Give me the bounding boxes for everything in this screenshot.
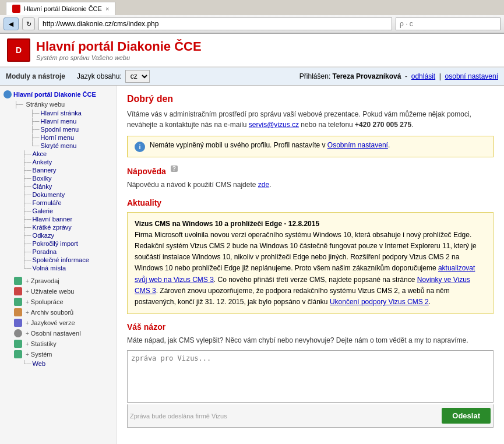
sidebar-item-web[interactable]: └─Web: [10, 360, 116, 368]
browser-tab[interactable]: Hlavní portál Diakonie ČCE ×: [6, 2, 115, 15]
sidebar-item-horni-menu[interactable]: ├─Horní menu: [19, 133, 116, 142]
info-box-text: Nemáte vyplněný mobil u svého profilu. P…: [150, 141, 390, 149]
sidebar-item-spodni-menu[interactable]: ├─Spodní menu: [19, 125, 116, 133]
napoveda-title: Nápověda ?: [127, 165, 494, 176]
sidebar-item-boxiky[interactable]: ├─Boxíky: [10, 174, 116, 182]
tab-close-button[interactable]: ×: [105, 5, 109, 12]
osobni-nastaveni-info-link[interactable]: Osobním nastavení: [327, 141, 388, 149]
napoveda-help-icon: ?: [171, 165, 178, 172]
system-link[interactable]: Systém: [31, 351, 52, 358]
zpravodaj-link[interactable]: Zpravodaj: [31, 277, 59, 284]
statistiky-link[interactable]: Statistiky: [31, 340, 57, 347]
sidebar-item-hlavni-banner[interactable]: ├─Hlavní banner: [10, 215, 116, 223]
osobni-nastaveni-link[interactable]: Osobní nastavení: [31, 330, 81, 337]
sidebar-item-zpravodaj[interactable]: +Zpravodaj: [10, 276, 116, 286]
clanky-link[interactable]: Články: [33, 183, 52, 190]
news-body: Firma Microsoft uvolnila novou verzi ope…: [135, 231, 477, 306]
send-button[interactable]: Odeslat: [442, 408, 491, 424]
napoveda-link[interactable]: zde: [258, 181, 269, 189]
sidebar-item-akce[interactable]: ├─Akce: [10, 150, 116, 158]
sidebar-item-spolecne-informace[interactable]: ├─Společné informace: [10, 256, 116, 264]
logged-in-label: Přihlášen:: [299, 72, 330, 80]
archiv-icon: [14, 308, 22, 316]
jazykove-verze-link[interactable]: Jazykové verze: [31, 319, 75, 326]
spoluprace-icon: [14, 298, 22, 306]
sidebar-item-bannery[interactable]: ├─Bannery: [10, 166, 116, 174]
formulare-link[interactable]: Formuláře: [33, 199, 62, 206]
sidebar-item-uzivatele-webu[interactable]: +Uživatele webu: [10, 286, 116, 297]
web-link[interactable]: Web: [33, 360, 45, 367]
spolecne-informace-link[interactable]: Společné informace: [33, 256, 89, 263]
sidebar-item-hlavni-menu[interactable]: ├─Hlavní menu: [19, 117, 116, 125]
logout-link[interactable]: odhlásit: [411, 72, 435, 80]
sidebar-item-poradna[interactable]: ├─Poradna: [10, 248, 116, 256]
hlavni-menu-link[interactable]: Hlavní menu: [41, 118, 77, 125]
news-link3[interactable]: Ukončení podpory Vizus CMS 2: [330, 298, 429, 306]
browser-chrome: Hlavní portál Diakonie ČCE × ◄ ↻: [0, 0, 504, 34]
sidebar-item-odkazy[interactable]: ├─Odkazy: [10, 231, 116, 239]
horni-menu-link[interactable]: Horní menu: [41, 134, 74, 141]
uzivatele-link[interactable]: Uživatele webu: [31, 288, 75, 295]
globe-icon: [3, 90, 12, 98]
volna-mista-link[interactable]: Volná místa: [33, 265, 66, 272]
spodni-menu-link[interactable]: Spodní menu: [41, 126, 79, 133]
tree-dash: ├─: [14, 101, 23, 108]
sidebar-item-archiv-souboru[interactable]: +Archiv souborů: [10, 307, 116, 318]
bannery-link[interactable]: Bannery: [33, 167, 57, 174]
osobni-icon: [14, 329, 22, 337]
back-button[interactable]: ◄: [3, 17, 19, 30]
sidebar-item-statistiky[interactable]: +Statistiky: [10, 339, 116, 349]
pokrocily-import-link[interactable]: Pokročilý import: [33, 240, 78, 247]
poradna-link[interactable]: Poradna: [33, 248, 57, 255]
galerie-link[interactable]: Galerie: [33, 207, 53, 214]
address-bar[interactable]: [38, 17, 392, 30]
ankety-link[interactable]: Ankety: [33, 158, 52, 165]
browser-search-input[interactable]: [400, 20, 475, 28]
hlavni-stranka-link[interactable]: Hlavní stránka: [41, 110, 82, 117]
sidebar-item-volna-mista[interactable]: └─Volná místa: [10, 264, 116, 272]
language-label: Jazyk obsahu:: [77, 72, 122, 80]
info-icon: i: [135, 142, 145, 152]
sidebar-item-kratke-zpravy[interactable]: ├─Krátké zprávy: [10, 223, 116, 231]
sidebar-item-hlavni-stranka[interactable]: ├─Hlavní stránka: [19, 109, 116, 117]
sidebar-item-osobni-nastaveni[interactable]: +Osobní nastavení: [10, 328, 116, 339]
dokumenty-link[interactable]: Dokumenty: [33, 191, 65, 198]
sidebar-item-stranky-webu[interactable]: ├─ Stránky webu: [10, 100, 116, 109]
search-bar: [396, 17, 501, 30]
sidebar-root[interactable]: Hlavní portál Diakonie ČCE: [0, 89, 116, 100]
sidebar-item-formulare[interactable]: ├─Formuláře: [10, 199, 116, 207]
skryte-menu-link[interactable]: Skryté menu: [41, 142, 77, 149]
sidebar-item-spoluprace[interactable]: +Spolupráce: [10, 297, 116, 307]
aktuality-title: Aktuality: [127, 198, 494, 207]
sidebar-label-stranky: Stránky webu: [26, 101, 65, 108]
site-header-text: Hlavní portál Diakonie ČCE Systém pro sp…: [36, 39, 202, 61]
email-link[interactable]: servis@vizus.cz: [249, 121, 299, 129]
site-subtitle: Systém pro správu Vašeho webu: [36, 54, 202, 61]
sidebar-item-dokumenty[interactable]: ├─Dokumenty: [10, 191, 116, 199]
sidebar-item-system[interactable]: +Systém: [10, 349, 116, 360]
sidebar-item-jazykove-verze[interactable]: +Jazykové verze: [10, 318, 116, 328]
archiv-link[interactable]: Archiv souborů: [31, 309, 73, 316]
top-nav: Moduly a nástroje Jazyk obsahu: cz Přihl…: [0, 68, 504, 86]
sidebar-item-galerie[interactable]: ├─Galerie: [10, 207, 116, 215]
spoluprace-link[interactable]: Spolupráce: [31, 298, 64, 305]
hlavni-banner-link[interactable]: Hlavní banner: [33, 216, 73, 223]
personal-settings-link[interactable]: osobní nastavení: [445, 72, 498, 80]
akce-link[interactable]: Akce: [33, 150, 47, 157]
sidebar-item-clanky[interactable]: ├─Články: [10, 182, 116, 191]
sidebar-root-label[interactable]: Hlavní portál Diakonie ČCE: [13, 91, 96, 98]
kratke-zpravy-link[interactable]: Krátké zprávy: [33, 224, 72, 231]
sidebar-item-pokrocily-import[interactable]: ├─Pokročilý import: [10, 239, 116, 248]
boxiky-link[interactable]: Boxíky: [33, 175, 52, 182]
statistiky-icon: [14, 340, 22, 348]
sidebar-item-ankety[interactable]: ├─Ankety: [10, 158, 116, 166]
odkazy-link[interactable]: Odkazy: [33, 232, 54, 239]
language-select[interactable]: cz: [125, 70, 150, 83]
sidebar-item-skryte-menu[interactable]: └─Skryté menu: [19, 142, 116, 150]
browser-toolbar: ◄ ↻: [0, 15, 504, 33]
logo-text: D: [16, 45, 22, 55]
news-box: Vizus CMS na Windows 10 a prohlížeči Edg…: [127, 212, 494, 315]
language-selector: Jazyk obsahu: cz: [77, 70, 150, 83]
feedback-textarea[interactable]: [127, 350, 494, 403]
refresh-button[interactable]: ↻: [22, 17, 35, 30]
